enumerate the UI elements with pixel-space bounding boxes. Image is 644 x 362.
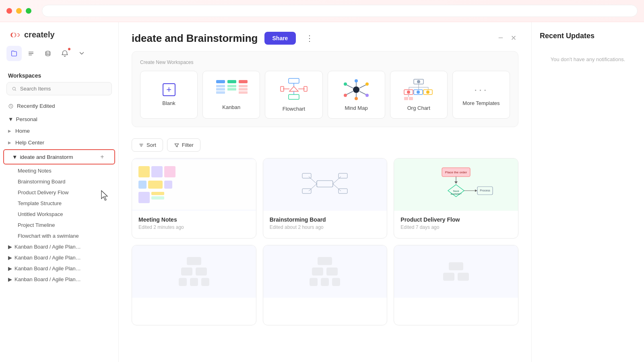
notification-icon-btn[interactable] (57, 46, 72, 61)
svg-rect-4 (227, 80, 236, 83)
help-arrow-icon: ▶ (8, 140, 11, 145)
home-label: Home (15, 128, 30, 134)
placeholder3-node-l (443, 273, 454, 281)
svg-point-27 (344, 82, 347, 86)
search-box[interactable] (6, 82, 112, 95)
placeholder-content-2 (310, 257, 340, 286)
personal-label: Personal (16, 116, 37, 122)
flowchart-swimlane-label: Flowchart with a swimlane (18, 233, 79, 239)
share-button[interactable]: Share (264, 32, 296, 45)
ideate-add-button[interactable]: + (98, 153, 106, 161)
more-dots-icon: ··· (474, 83, 488, 96)
placeholder-node-r (196, 267, 207, 276)
sidebar-item-product-delivery[interactable]: Product Delivery Flow (0, 187, 118, 198)
list-icon-btn[interactable] (23, 46, 39, 61)
workspace-controls: Sort Filter (132, 138, 518, 152)
placeholder-node-l (181, 267, 192, 276)
workspace-card-placeholder-3[interactable] (394, 245, 518, 325)
expand-icon-btn[interactable] (74, 46, 89, 61)
workspace-card-placeholder-1[interactable] (132, 245, 256, 325)
workspace-card-meeting-notes[interactable]: Meeting Notes Edited 2 minutes ago (132, 158, 256, 239)
close-dot[interactable] (6, 8, 12, 14)
no-notifications-message: You don't have any notifications. (540, 56, 636, 62)
template-mindmap[interactable]: Mind Map (328, 71, 385, 119)
minimize-dot[interactable] (16, 8, 22, 14)
template-orgchart-label: Org Chart (407, 105, 430, 111)
svg-point-37 (417, 80, 420, 83)
sidebar-item-kanban-4[interactable]: ▶ Kanban Board / Agile Plan… (0, 274, 118, 285)
sidebar-item-untitled[interactable]: Untitled Workspace (0, 209, 118, 220)
svg-rect-6 (216, 85, 225, 87)
folder-icon-btn[interactable] (6, 46, 22, 61)
svg-text:Stock: Stock (453, 190, 460, 192)
sidebar-item-home[interactable]: ▶ Home (0, 125, 118, 137)
sidebar-item-brainstorming-board[interactable]: Brainstorming Board (0, 176, 118, 187)
kanban4-arrow-icon: ▶ (8, 276, 12, 282)
placeholder-node-b2 (190, 278, 198, 286)
template-grid: + Blank (140, 71, 510, 119)
filter-button[interactable]: Filter (167, 138, 200, 152)
kanban2-arrow-icon: ▶ (8, 255, 12, 261)
sidebar-item-kanban-3[interactable]: ▶ Kanban Board / Agile Plan… (0, 263, 118, 274)
kanban4-label: Kanban Board / Agile Plan… (14, 276, 81, 282)
placeholder2-row-mid (312, 267, 338, 276)
svg-marker-64 (454, 181, 458, 184)
placeholder3-row-mid (443, 273, 469, 281)
template-more[interactable]: ··· More Templates (452, 71, 510, 119)
personal-header[interactable]: ▼ Personal (0, 113, 118, 125)
close-window-button[interactable] (509, 33, 518, 44)
placeholder2-node-l (312, 267, 323, 276)
template-flowchart[interactable]: Flowchart (265, 71, 322, 119)
product-delivery-time: Edited 7 days ago (400, 224, 512, 230)
brainstorming-thumb (263, 158, 387, 211)
sidebar-item-ideate[interactable]: ▼ ideate and Brainstorm + (3, 149, 115, 165)
placeholder-row-bot (179, 278, 209, 286)
home-arrow-icon: ▶ (8, 129, 11, 133)
right-panel-title: Recent Updates (540, 32, 636, 40)
personal-section: ▼ Personal ▶ Home ▶ Help Center ▼ ideate… (0, 112, 118, 286)
search-input[interactable] (20, 86, 107, 92)
svg-line-32 (359, 91, 366, 95)
sticky-yellow-2 (148, 181, 163, 189)
placeholder-thumb-3 (394, 245, 518, 298)
svg-line-57 (333, 177, 341, 184)
brainstorming-time: Edited about 2 hours ago (270, 224, 381, 230)
svg-rect-13 (239, 91, 248, 94)
kanban3-label: Kanban Board / Agile Plan… (14, 265, 81, 272)
placeholder-node-b1 (179, 278, 187, 286)
sidebar-item-kanban-2[interactable]: ▶ Kanban Board / Agile Plan… (0, 252, 118, 263)
sidebar-toolbar (0, 46, 118, 68)
template-kanban[interactable]: Kanban (202, 71, 260, 119)
placeholder-node-b3 (201, 278, 209, 286)
minimize-window-button[interactable] (496, 33, 506, 44)
svg-marker-69 (475, 189, 477, 192)
svg-line-59 (333, 184, 341, 191)
sidebar-item-project-timeline[interactable]: Project Timeline (0, 220, 118, 230)
workspace-card-placeholder-2[interactable] (263, 245, 388, 325)
sidebar-item-kanban-1[interactable]: ▶ Kanban Board / Agile Plan… (0, 241, 118, 252)
workspace-card-brainstorming[interactable]: Brainstorming Board Edited about 2 hours… (263, 158, 388, 239)
bell-icon (61, 50, 68, 57)
recently-edited-item[interactable]: Recently Edited (0, 100, 118, 112)
sidebar-item-meeting-notes[interactable]: Meeting Notes (0, 165, 118, 176)
maximize-dot[interactable] (26, 8, 31, 14)
svg-rect-5 (239, 80, 248, 83)
sticky-purple-3 (138, 192, 150, 203)
template-kanban-label: Kanban (222, 104, 240, 110)
sidebar-item-template-structure[interactable]: Template Structure (0, 198, 118, 209)
sidebar-item-help[interactable]: ▶ Help Center (0, 137, 118, 148)
template-blank[interactable]: + Blank (140, 71, 198, 119)
template-blank-label: Blank (162, 100, 175, 106)
template-orgchart[interactable]: Org Chart (390, 71, 448, 119)
more-options-button[interactable]: ⋮ (302, 32, 317, 45)
sort-button[interactable]: Sort (132, 138, 163, 152)
sidebar-item-flowchart-swimlane[interactable]: Flowchart with a swimlane (0, 230, 118, 241)
svg-rect-51 (409, 97, 413, 100)
minimize-icon (497, 35, 504, 41)
svg-point-23 (353, 86, 359, 93)
svg-rect-3 (216, 80, 225, 83)
url-bar[interactable] (42, 5, 638, 17)
ideate-label: ideate and Brainstorm (20, 154, 73, 160)
database-icon-btn[interactable] (40, 46, 56, 61)
workspace-card-product-delivery[interactable]: Place the order Stock available? (394, 158, 518, 239)
